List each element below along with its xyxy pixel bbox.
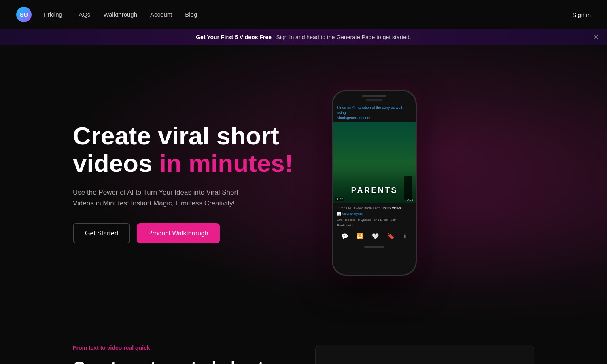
video-title: PARENTS xyxy=(351,186,397,195)
share-icon[interactable]: ⬆ xyxy=(403,233,407,239)
announcement-banner: Get Your First 5 Videos Free · Sign In a… xyxy=(0,29,607,45)
brand-logo[interactable]: SG xyxy=(16,7,32,22)
tweet-analytics: 📊 View analytics xyxy=(337,211,412,217)
phone-mockup: I tried an AI narration of the story as … xyxy=(332,90,417,276)
phone-tweet-link: shortsgenerator.com xyxy=(337,116,370,120)
phone-home-bar xyxy=(364,246,384,248)
phone-frame: I tried an AI narration of the story as … xyxy=(332,90,417,276)
nav-item-walkthrough[interactable]: Walkthrough xyxy=(103,11,137,18)
bottom-section-title: Create automated shorts with xyxy=(73,358,291,364)
hero-section: Create viral short videos in minutes! Us… xyxy=(0,45,607,320)
bookmark-icon[interactable]: 🔖 xyxy=(387,233,394,239)
nav-item-faqs[interactable]: FAQs xyxy=(75,11,91,18)
nav-item-blog[interactable]: Blog xyxy=(185,11,197,18)
tweet-engagement: 106 Reposts 8 Quotes 641 Likes 239 Bookm… xyxy=(337,217,412,229)
bottom-card xyxy=(315,345,534,364)
phone-action-bar: 💬 🔁 🤍 🔖 ⬆ xyxy=(333,231,416,241)
video-time-right: 0:55 xyxy=(407,198,413,201)
hero-subtitle: Use the Power of AI to Turn Your Ideas i… xyxy=(73,187,243,209)
signin-link[interactable]: Sign in xyxy=(572,11,591,18)
hero-title: Create viral short videos in minutes! xyxy=(73,122,316,177)
banner-text: · Sign In and head to the Generate Page … xyxy=(273,34,411,40)
banner-bold: Get Your First 5 Videos Free xyxy=(196,34,272,40)
nav-links: Pricing FAQs Walkthrough Account Blog xyxy=(44,11,197,18)
bottom-section-label: From text to video real quick xyxy=(73,345,291,351)
get-started-button[interactable]: Get Started xyxy=(73,223,130,243)
bottom-section: From text to video real quick Create aut… xyxy=(0,320,607,364)
nav-item-account[interactable]: Account xyxy=(150,11,172,18)
phone-tweet-text: I tried an AI narration of the story as … xyxy=(333,103,416,122)
hero-text-block: Create viral short videos in minutes! Us… xyxy=(73,122,316,244)
reply-icon[interactable]: 💬 xyxy=(341,233,348,239)
navbar: SG Pricing FAQs Walkthrough Account Blog… xyxy=(0,0,607,29)
phone-speaker xyxy=(366,99,382,101)
banner-close-button[interactable]: ✕ xyxy=(593,33,599,42)
repost-icon[interactable]: 🔁 xyxy=(357,233,363,239)
phone-stats: 11:52 PM · 12/5/23 from Earth 229K Views… xyxy=(333,203,416,231)
video-figure xyxy=(404,176,412,200)
phone-video: PARENTS 1:02 0:55 xyxy=(333,122,416,203)
hero-title-accent: in minutes! xyxy=(159,149,293,177)
video-time: 1:02 xyxy=(335,197,344,201)
like-icon[interactable]: 🤍 xyxy=(372,233,379,239)
hero-buttons: Get Started Product Walkthrough xyxy=(73,223,316,243)
product-walkthrough-button[interactable]: Product Walkthrough xyxy=(137,223,220,243)
nav-item-pricing[interactable]: Pricing xyxy=(44,11,62,18)
tweet-timestamp: 11:52 PM · 12/5/23 from Earth 229K Views xyxy=(337,205,412,211)
phone-notch xyxy=(362,95,386,97)
bottom-text-block: From text to video real quick Create aut… xyxy=(73,345,291,364)
